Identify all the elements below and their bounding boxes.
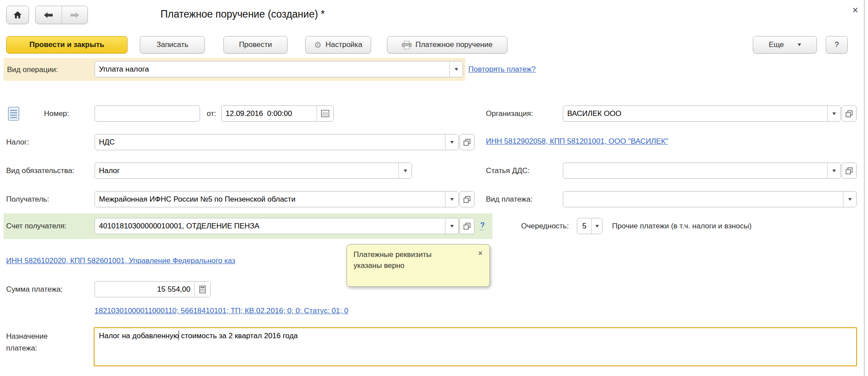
cashflow-open-button[interactable] (842, 163, 857, 179)
tax-dropdown-button[interactable] (445, 134, 458, 150)
help-button[interactable]: ? (826, 36, 848, 54)
recipient-account-value[interactable]: 40101810300000010001, ОТДЕЛЕНИЕ ПЕНЗА (95, 218, 445, 234)
cashflow-item-field (563, 163, 841, 179)
obligation-type-value[interactable]: Налог (95, 163, 398, 178)
dropdown-arrow-icon (455, 68, 458, 71)
recipient-field: Межрайонная ИФНС России №5 по Пензенской… (95, 191, 459, 207)
recipient-dropdown-button[interactable] (445, 192, 458, 207)
settings-button-label: Настройка (325, 40, 362, 49)
document-state-icon (8, 107, 19, 121)
cashflow-item-label: Статья ДДС: (486, 166, 530, 175)
post-button[interactable]: Провести (223, 36, 288, 54)
obligation-dropdown-button[interactable] (398, 163, 412, 178)
payment-kind-dropdown-button[interactable] (843, 192, 856, 207)
print-payment-order-button[interactable]: Платежное поручение (387, 36, 507, 54)
operation-type-label: Вид операции: (7, 65, 58, 74)
amount-field: 15 554,00 (95, 281, 211, 297)
recipient-account-label: Счет получателя: (6, 222, 66, 231)
dropdown-arrow-icon (832, 170, 836, 172)
date-field: 12.09.2016 0:00:00 (221, 105, 334, 122)
chevron-down-icon (798, 43, 801, 46)
print-payment-order-label: Платежное поручение (416, 40, 493, 49)
date-value[interactable]: 12.09.2016 0:00:00 (222, 106, 317, 121)
cashflow-dropdown-button[interactable] (827, 163, 840, 178)
dropdown-arrow-icon (450, 141, 454, 144)
repeat-payment-link[interactable]: Повторять платеж? (468, 65, 536, 74)
window-edge (864, 0, 864, 376)
dropdown-arrow-icon (848, 198, 852, 201)
text-cursor (179, 330, 179, 340)
tooltip-text: Платежные реквизиты указаны верно (354, 249, 461, 271)
dropdown-arrow-icon (450, 225, 454, 228)
priority-description: Прочие платежи (в т.ч. налоги и взносы) (612, 222, 751, 231)
open-form-icon (463, 196, 470, 203)
recipient-label: Получатель: (6, 195, 49, 204)
open-form-icon (463, 223, 470, 230)
back-arrow-icon (44, 12, 53, 18)
recipient-value[interactable]: Межрайонная ИФНС России №5 по Пензенской… (95, 192, 445, 207)
calculator-icon (199, 286, 206, 293)
payment-kind-value[interactable] (563, 192, 843, 207)
number-label: Номер: (44, 109, 69, 118)
home-icon (13, 10, 22, 20)
recipient-details-link[interactable]: ИНН 5826102020, КПП 582601001, Управлени… (6, 257, 235, 265)
organization-dropdown-button[interactable] (827, 106, 840, 121)
priority-field: 5 (577, 218, 602, 234)
priority-label: Очередность: (521, 222, 569, 231)
dropdown-arrow-icon (450, 198, 454, 201)
calendar-icon (321, 110, 329, 117)
nav-history-group (35, 6, 88, 24)
priority-dropdown-button[interactable] (591, 218, 602, 234)
account-dropdown-button[interactable] (445, 218, 458, 234)
amount-label: Сумма платежа: (6, 285, 63, 294)
dropdown-arrow-icon (832, 112, 836, 115)
printer-icon (402, 41, 412, 49)
home-button[interactable] (6, 6, 29, 24)
operation-type-value[interactable]: Уплата налога (95, 61, 449, 77)
tooltip-close-button[interactable]: × (478, 250, 482, 257)
payment-order-window: Платежное поручение (создание) * × Прове… (0, 0, 868, 376)
back-button[interactable] (36, 6, 62, 24)
calculator-button[interactable] (194, 282, 210, 297)
cashflow-item-value[interactable] (563, 163, 827, 178)
operation-type-dropdown-button[interactable] (449, 61, 463, 77)
tax-value[interactable]: НДС (95, 134, 445, 150)
number-field (95, 105, 200, 122)
purpose-textarea[interactable]: Налог на добавленную стоимость за 2 квар… (94, 327, 857, 366)
account-open-button[interactable] (460, 218, 474, 234)
recipient-open-button[interactable] (460, 191, 474, 207)
more-button-label: Еще (769, 40, 784, 49)
obligation-type-label: Вид обязательства: (6, 166, 74, 175)
payment-kind-field (563, 191, 857, 207)
payment-check-tooltip: Платежные реквизиты указаны верно × (346, 244, 490, 287)
tax-open-button[interactable] (460, 134, 474, 150)
priority-value[interactable]: 5 (577, 218, 591, 234)
open-form-icon (846, 110, 853, 117)
tax-label: Налог: (6, 138, 29, 147)
organization-value[interactable]: ВАСИЛЕК ООО (563, 106, 827, 121)
open-form-icon (846, 167, 853, 174)
close-window-button[interactable]: × (849, 4, 862, 17)
forward-button[interactable] (62, 6, 88, 24)
open-form-icon (463, 139, 470, 146)
number-value[interactable] (95, 106, 200, 121)
organization-details-link[interactable]: ИНН 5812902058, КПП 581201001, ООО "ВАСИ… (486, 137, 668, 146)
forward-arrow-icon (70, 12, 80, 18)
tax-field: НДС (95, 134, 459, 150)
budget-details-link[interactable]: 18210301000011000110; 56618410101; ТП; К… (95, 307, 348, 315)
account-check-link[interactable]: ? (480, 221, 485, 230)
save-button[interactable]: Записать (140, 36, 205, 54)
more-button[interactable]: Еще (753, 36, 817, 54)
organization-label: Организация: (486, 109, 533, 118)
dropdown-arrow-icon (404, 170, 407, 172)
gear-icon: ⚙ (314, 40, 321, 50)
calendar-button[interactable] (317, 106, 333, 121)
obligation-type-field: Налог (95, 163, 412, 179)
post-and-close-button[interactable]: Провести и закрыть (6, 36, 128, 54)
amount-value[interactable]: 15 554,00 (95, 282, 194, 297)
purpose-label: Назначение платежа: (6, 330, 63, 354)
organization-open-button[interactable] (842, 105, 857, 122)
date-label: от: (207, 109, 216, 118)
page-title: Платежное поручение (создание) * (160, 8, 325, 20)
settings-button[interactable]: ⚙ Настройка (305, 36, 371, 54)
